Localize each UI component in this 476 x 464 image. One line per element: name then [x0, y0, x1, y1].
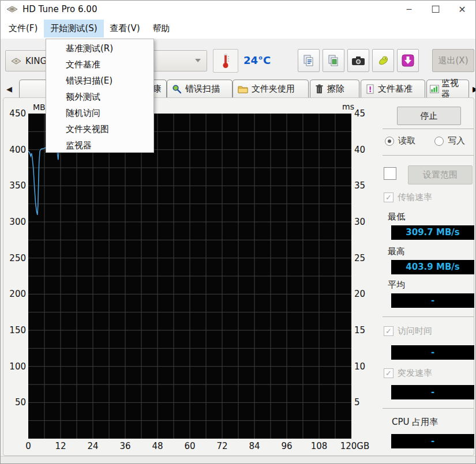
- separator: [383, 155, 474, 156]
- separator: [383, 129, 474, 129]
- tab-file-benchmark-label: 文件基准: [378, 84, 413, 95]
- menu-item-file-benchmark[interactable]: 文件基准: [46, 56, 153, 73]
- x-tick-label: 48: [140, 441, 175, 451]
- read-radio-label: 读取: [398, 135, 415, 146]
- y-left-tick-label: 200: [2, 289, 26, 299]
- tab-file-benchmark[interactable]: 文件基准: [361, 80, 425, 97]
- tab-erase-label: 擦除: [327, 84, 344, 95]
- tab-error-scan[interactable]: 错误扫描: [167, 80, 233, 97]
- x-tick-label: 36: [108, 441, 143, 451]
- checkbox-checked-icon: ✓: [384, 193, 393, 202]
- set-range-checkbox[interactable]: [384, 167, 396, 180]
- menu-item-folder-view[interactable]: 文件夹视图: [46, 121, 153, 137]
- min-value-display: 309.7 MB/s: [391, 225, 474, 240]
- menu-view[interactable]: 查看(V): [104, 20, 147, 37]
- x-tick-label: 24: [76, 441, 110, 451]
- write-radio-label: 写入: [448, 135, 465, 146]
- start-test-menu-popup: 基准测试(R) 文件基准 错误扫描(E) 额外测试 随机访问 文件夹视图 监视器: [46, 39, 154, 153]
- camera-icon: [351, 54, 366, 67]
- cpu-usage-display: -: [391, 434, 474, 448]
- menu-start-test[interactable]: 开始测试(S): [44, 20, 103, 37]
- menu-item-benchmark[interactable]: 基准测试(R): [46, 40, 153, 56]
- copy-text-icon: [302, 54, 316, 67]
- y-left-tick-label: 400: [2, 145, 26, 155]
- y-right-tick-label: 10: [354, 361, 374, 372]
- minimize-icon: ─: [407, 5, 411, 14]
- tab-scroll-right-button[interactable]: ▶: [468, 81, 476, 96]
- y-left-tick-label: 300: [2, 217, 26, 227]
- temperature-button[interactable]: [213, 49, 238, 73]
- y-right-tick-label: 15: [354, 325, 374, 335]
- magnifier-icon: [172, 84, 182, 94]
- menu-item-monitor[interactable]: 监视器: [46, 137, 153, 153]
- tab-folder-usage[interactable]: 文件夹使用: [233, 80, 309, 97]
- y-left-tick-label: 250: [2, 253, 26, 263]
- avg-value-display: -: [391, 293, 474, 308]
- y-right-tick-label: 40: [354, 145, 374, 155]
- y-right-axis-unit: ms: [342, 102, 354, 111]
- minimize-button[interactable]: ─: [396, 1, 422, 18]
- chevron-down-icon: [195, 59, 201, 62]
- menu-item-extra-tests[interactable]: 额外测试: [46, 89, 153, 105]
- checkbox-checked-icon: ✓: [384, 326, 393, 336]
- transfer-rate-checkbox[interactable]: ✓ 传输速率: [384, 192, 432, 203]
- x-tick-label: 12: [43, 441, 78, 451]
- transfer-rate-label: 传输速率: [398, 192, 432, 203]
- trash-icon: [315, 84, 324, 94]
- arrow-left-icon: ◀: [6, 85, 12, 93]
- access-time-checkbox[interactable]: ✓ 访问时间: [384, 326, 432, 337]
- y-right-tick-label: 45: [354, 108, 374, 119]
- folder-icon: [238, 85, 248, 93]
- menu-item-random-access[interactable]: 随机访问: [46, 105, 153, 121]
- write-radio[interactable]: 写入: [434, 135, 465, 146]
- max-value-display: 403.9 MB/s: [391, 260, 474, 274]
- menu-item-error-scan[interactable]: 错误扫描(E): [46, 73, 153, 89]
- transfer-chart: [28, 114, 351, 439]
- max-label: 最高: [388, 246, 405, 257]
- window-title: HD Tune Pro 6.00: [23, 4, 97, 14]
- copy-image-button[interactable]: [323, 49, 344, 72]
- y-right-tick-label: 5: [354, 397, 374, 408]
- x-tick-label: 96: [269, 441, 304, 451]
- maximize-button[interactable]: ☐: [422, 1, 449, 18]
- cpu-usage-label: CPU 占用率: [392, 417, 438, 428]
- menu-file[interactable]: 文件(F): [2, 20, 44, 37]
- stop-button-label: 停止: [421, 111, 438, 122]
- close-button[interactable]: ✕: [449, 1, 475, 18]
- arrow-right-icon: ▶: [473, 85, 476, 93]
- save-results-button[interactable]: [372, 49, 394, 72]
- drive-selector-text: KING: [25, 56, 47, 66]
- status-strip: [1, 456, 475, 464]
- exit-button[interactable]: 退出(X): [432, 49, 474, 72]
- x-tick-label: 0: [11, 441, 46, 451]
- x-axis-end-label: 120GB: [338, 441, 372, 451]
- copy-image-icon: [327, 54, 340, 67]
- tab-erase[interactable]: 擦除: [310, 80, 359, 97]
- x-tick-label: 84: [237, 441, 272, 451]
- burst-rate-label: 突发速率: [398, 368, 432, 379]
- title-bar: HD Tune Pro 6.00 ─ ☐ ✕: [1, 1, 475, 18]
- y-left-tick-label: 50: [2, 397, 26, 408]
- read-radio[interactable]: 读取: [385, 135, 415, 146]
- y-right-tick-label: 25: [354, 253, 374, 263]
- monitor-chart-icon: [430, 85, 439, 93]
- tab-scroll-left-button[interactable]: ◀: [2, 81, 17, 96]
- set-range-button[interactable]: 设置范围: [408, 165, 473, 184]
- y-left-tick-label: 450: [2, 108, 26, 119]
- y-right-tick-label: 20: [354, 289, 374, 299]
- separator: [383, 408, 474, 409]
- copy-text-button[interactable]: [298, 49, 320, 72]
- tab-monitor-label: 监视器: [441, 78, 466, 100]
- stop-button[interactable]: 停止: [397, 107, 461, 125]
- burst-rate-checkbox[interactable]: ✓ 突发速率: [384, 368, 432, 379]
- menu-help[interactable]: 帮助: [147, 20, 177, 37]
- tab-folder-usage-label: 文件夹使用: [252, 84, 295, 95]
- radio-unselected-icon: [434, 137, 444, 146]
- burst-rate-display: -: [391, 385, 474, 399]
- update-button[interactable]: [397, 49, 419, 72]
- avg-label: 平均: [388, 280, 405, 291]
- hdd-app-icon: [6, 4, 18, 14]
- screenshot-button[interactable]: [347, 49, 369, 72]
- hdd-drive-icon: [10, 57, 22, 65]
- tab-monitor[interactable]: 监视器: [426, 80, 469, 97]
